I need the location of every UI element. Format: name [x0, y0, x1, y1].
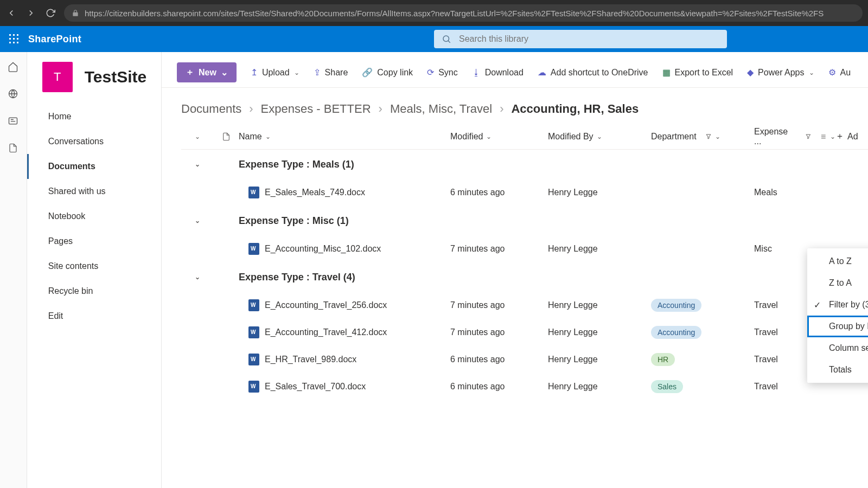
nav-item-conversations[interactable]: Conversations — [27, 129, 161, 154]
site-nav: HomeConversationsDocumentsShared with us… — [27, 102, 161, 329]
svg-rect-3 — [9, 38, 11, 40]
back-button[interactable] — [5, 7, 17, 19]
left-panel: T TestSite HomeConversationsDocumentsSha… — [27, 52, 162, 488]
group-row[interactable]: ⌄Expense Type : Misc (1) — [181, 206, 868, 235]
download-icon: ⭳ — [472, 68, 481, 78]
reload-button[interactable] — [44, 7, 56, 19]
word-file-icon — [248, 187, 259, 198]
table-row[interactable]: E_Accounting_Travel_412.docx7 minutes ag… — [181, 319, 868, 346]
main-content: ＋New⌄ ↥Upload⌄ ⇪Share 🔗Copy link ⟳Sync ⭳… — [162, 52, 868, 488]
group-row[interactable]: ⌄Expense Type : Meals (1) — [181, 150, 868, 179]
group-row[interactable]: ⌄Expense Type : Travel (4) — [181, 262, 868, 292]
column-name[interactable]: Name⌄ — [239, 132, 450, 142]
file-name[interactable]: E_Accounting_Travel_412.docx — [265, 328, 387, 337]
department-badge: Accounting — [651, 299, 701, 312]
filter-icon — [805, 133, 812, 140]
download-button[interactable]: ⭳Download — [472, 68, 524, 78]
table-row[interactable]: E_HR_Travel_989.docx6 minutes agoHenry L… — [181, 346, 868, 373]
table-row[interactable]: E_Sales_Travel_700.docx6 minutes agoHenr… — [181, 373, 868, 400]
onedrive-icon: ☁ — [538, 67, 546, 78]
breadcrumb: Documents › Expenses - BETTER › Meals, M… — [162, 88, 868, 118]
breadcrumb-item[interactable]: Documents — [181, 102, 241, 116]
breadcrumb-item[interactable]: Meals, Misc, Travel — [390, 102, 492, 116]
column-expense-type[interactable]: Expense ... ⌄ — [754, 127, 835, 146]
copy-link-button[interactable]: 🔗Copy link — [362, 67, 413, 78]
file-name[interactable]: E_Sales_Travel_700.docx — [265, 382, 366, 391]
modified-cell: 6 minutes ago — [450, 188, 548, 197]
modified-cell: 7 minutes ago — [450, 328, 548, 337]
chevron-down-icon[interactable]: ⌄ — [195, 160, 200, 168]
product-name[interactable]: SharePoint — [28, 34, 81, 45]
globe-icon[interactable] — [7, 88, 19, 100]
address-bar[interactable]: https://citizenbuilders.sharepoint.com/s… — [64, 4, 863, 22]
modified-by-cell: Henry Legge — [548, 382, 651, 391]
site-name[interactable]: TestSite — [85, 68, 146, 86]
nav-item-edit[interactable]: Edit — [27, 304, 161, 329]
add-column[interactable]: ＋Ad — [835, 131, 868, 142]
forward-button[interactable] — [25, 7, 37, 19]
powerapps-icon: ◆ — [747, 67, 754, 78]
table-row[interactable]: E_Accounting_Misc_102.docx7 minutes agoH… — [181, 235, 868, 262]
menu-sort-desc[interactable]: Z to A — [807, 272, 868, 294]
column-department[interactable]: Department ⌄ — [651, 132, 754, 142]
modified-by-cell: Henry Legge — [548, 328, 651, 337]
command-bar: ＋New⌄ ↥Upload⌄ ⇪Share 🔗Copy link ⟳Sync ⭳… — [162, 57, 868, 88]
file-name[interactable]: E_Accounting_Misc_102.docx — [265, 244, 381, 254]
nav-item-shared-with-us[interactable]: Shared with us — [27, 179, 161, 204]
modified-by-cell: Henry Legge — [548, 244, 651, 254]
modified-by-cell: Henry Legge — [548, 188, 651, 197]
column-modified[interactable]: Modified⌄ — [450, 132, 548, 142]
news-icon[interactable] — [7, 115, 19, 127]
chevron-down-icon[interactable]: ⌄ — [195, 133, 200, 140]
file-name[interactable]: E_Accounting_Travel_256.docx — [265, 300, 387, 310]
table-row[interactable]: E_Sales_Meals_749.docx6 minutes agoHenry… — [181, 179, 868, 206]
menu-totals[interactable]: Totals› — [807, 359, 868, 381]
share-button[interactable]: ⇪Share — [314, 67, 348, 78]
automate-button[interactable]: ⚙Au — [828, 67, 851, 78]
file-name[interactable]: E_Sales_Meals_749.docx — [265, 188, 365, 197]
search-input[interactable] — [459, 34, 719, 44]
nav-item-home[interactable]: Home — [27, 104, 161, 129]
power-apps-button[interactable]: ◆Power Apps⌄ — [747, 67, 814, 78]
svg-rect-7 — [13, 42, 15, 43]
nav-item-pages[interactable]: Pages — [27, 229, 161, 254]
nav-item-site-contents[interactable]: Site contents — [27, 254, 161, 279]
upload-button[interactable]: ↥Upload⌄ — [251, 67, 299, 78]
file-name[interactable]: E_HR_Travel_989.docx — [265, 355, 356, 364]
table-row[interactable]: E_Accounting_Travel_256.docx7 minutes ag… — [181, 292, 868, 319]
home-icon[interactable] — [7, 61, 19, 73]
department-badge: Sales — [651, 380, 683, 393]
filter-icon — [705, 133, 712, 140]
export-excel-button[interactable]: ▦Export to Excel — [662, 67, 733, 78]
site-logo[interactable]: T — [42, 62, 73, 92]
chevron-down-icon: ⌄ — [830, 133, 835, 140]
menu-sort-asc[interactable]: A to Z — [807, 251, 868, 272]
department-badge: Accounting — [651, 326, 701, 339]
menu-group-by[interactable]: Group by Department — [807, 316, 868, 337]
nav-item-recycle-bin[interactable]: Recycle bin — [27, 279, 161, 304]
svg-rect-2 — [17, 34, 18, 36]
suite-header: SharePoint — [0, 26, 868, 52]
nav-item-documents[interactable]: Documents — [27, 154, 161, 179]
chevron-down-icon[interactable]: ⌄ — [195, 273, 200, 281]
app-launcher[interactable] — [0, 26, 28, 52]
sync-button[interactable]: ⟳Sync — [427, 67, 458, 78]
add-shortcut-button[interactable]: ☁Add shortcut to OneDrive — [538, 67, 648, 78]
modified-by-cell: Henry Legge — [548, 300, 651, 310]
share-icon: ⇪ — [314, 67, 321, 78]
column-modified-by[interactable]: Modified By⌄ — [548, 132, 651, 142]
svg-rect-0 — [9, 34, 11, 36]
menu-column-settings[interactable]: Column settings› — [807, 337, 868, 359]
modified-cell: 6 minutes ago — [450, 355, 548, 364]
menu-filter-by[interactable]: ✓Filter by (3) — [807, 294, 868, 316]
expense-type-cell: Travel — [754, 382, 835, 391]
grouped-icon — [820, 133, 827, 140]
url-text: https://citizenbuilders.sharepoint.com/s… — [85, 9, 824, 18]
lock-icon — [72, 9, 79, 17]
files-icon[interactable] — [7, 142, 19, 154]
nav-item-notebook[interactable]: Notebook — [27, 204, 161, 229]
new-button[interactable]: ＋New⌄ — [177, 62, 237, 82]
chevron-down-icon[interactable]: ⌄ — [195, 217, 200, 224]
breadcrumb-item[interactable]: Expenses - BETTER — [261, 102, 371, 116]
search-box[interactable] — [434, 30, 727, 48]
